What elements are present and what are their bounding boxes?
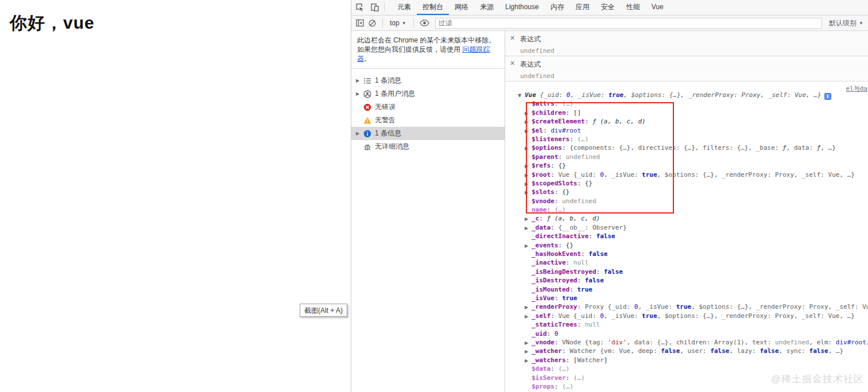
object-preview: , elm:	[809, 339, 836, 346]
devtools-tab[interactable]: Lighthouse	[499, 0, 545, 15]
divider	[413, 18, 414, 28]
boolean-value: false	[809, 347, 828, 355]
object-preview: , $options: {…}, _renderProxy: Proxy, _s…	[657, 312, 855, 320]
property-name: $vnode	[532, 197, 555, 205]
dom-node-value: div#root	[551, 127, 581, 134]
live-expression[interactable]: ✕表达式undefined	[505, 31, 868, 56]
property-name: _hasHookEvent	[532, 250, 581, 258]
muted-value: undefined	[562, 197, 596, 205]
expression-value: undefined	[520, 47, 868, 55]
value-text: {}	[562, 188, 569, 196]
sidebar-item[interactable]: 无警告	[351, 114, 505, 127]
console-message: el与da ▼Vue {_uid: 0, _isVue: true, $opti…	[505, 81, 868, 391]
object-preview: , …}	[820, 144, 836, 152]
devtools-tab[interactable]: Vue	[646, 0, 669, 15]
expand-arrow-icon[interactable]: ▶	[525, 144, 532, 153]
object-tree: ▼Vue {_uid: 0, _isVue: true, $options: {…	[518, 91, 868, 391]
value-text: :	[577, 303, 584, 311]
sidebar-item[interactable]: 无错误	[351, 100, 505, 114]
live-expression[interactable]: ✕表达式undefined	[505, 56, 868, 81]
expand-arrow-icon[interactable]: ▶	[525, 188, 532, 197]
console-property-row: ▶_events: {}	[518, 241, 868, 250]
devtools-tab[interactable]: 控制台	[417, 0, 449, 15]
javascript-context-select[interactable]: top▼	[389, 19, 408, 27]
expand-arrow-icon[interactable]: ▶	[525, 303, 532, 312]
muted-value: (…)	[574, 374, 585, 382]
boolean-value: false	[585, 277, 604, 284]
expand-arrow-icon[interactable]: ▶	[356, 91, 362, 96]
object-preview: , sync:	[779, 347, 809, 355]
muted-value: (…)	[562, 100, 574, 107]
expand-arrow-icon[interactable]: ▶	[525, 162, 532, 170]
live-expressions: ✕表达式undefined✕表达式undefined	[505, 31, 868, 81]
expand-arrow-icon[interactable]: ▶	[525, 356, 532, 365]
value-text: :	[551, 224, 558, 231]
devtools-tab[interactable]: 来源	[474, 0, 499, 15]
object-preview: {__ob__: Observer}	[558, 224, 626, 231]
boolean-value: true	[642, 171, 657, 178]
property-name: _self	[532, 312, 551, 320]
console-property-row: $attrs: (…)	[518, 99, 868, 108]
number-value: 0	[600, 312, 604, 320]
clear-console-icon[interactable]	[368, 19, 377, 28]
expand-arrow-icon[interactable]: ▶	[525, 312, 532, 321]
expand-arrow-icon[interactable]: ▶	[525, 347, 532, 356]
source-file-link[interactable]: el与da	[846, 84, 868, 93]
info-icon	[363, 130, 371, 138]
sidebar-item[interactable]: ▶1 条消息	[351, 74, 505, 87]
collapse-arrow-icon[interactable]: ▼	[518, 91, 525, 100]
object-preview: , _isVue:	[604, 171, 642, 178]
object-preview: , data:	[786, 144, 817, 152]
value-text: :	[539, 215, 547, 222]
log-levels-select[interactable]: 默认级别▼	[826, 18, 865, 28]
create-live-expression-icon[interactable]	[420, 20, 429, 26]
devtools-tab[interactable]: 安全	[595, 0, 621, 15]
object-preview: , data: {…}, children: Array(1), text:	[627, 339, 775, 346]
sidebar-item-label: 无警告	[375, 115, 396, 125]
console-property-row: _isVue: true	[518, 294, 868, 302]
devtools-tab[interactable]: 应用	[570, 0, 595, 15]
value-text: {}	[585, 180, 592, 187]
toggle-device-toolbar-icon[interactable]	[370, 3, 379, 12]
property-name: $options	[532, 144, 562, 152]
close-icon[interactable]: ✕	[510, 35, 515, 41]
expand-arrow-icon[interactable]: ▶	[525, 127, 532, 135]
expand-arrow-icon[interactable]: ▶	[525, 171, 532, 180]
inspect-element-icon[interactable]	[355, 3, 365, 12]
value-text: :	[577, 277, 584, 284]
value-text: :	[551, 171, 558, 178]
expand-arrow-icon[interactable]: ▶	[525, 339, 532, 347]
expand-arrow-icon[interactable]: ▶	[525, 109, 532, 118]
toggle-console-sidebar-icon[interactable]	[355, 18, 365, 28]
expand-arrow-icon[interactable]: ▶	[525, 224, 532, 232]
object-preview: Watcher {vm: Vue, deep:	[569, 347, 661, 355]
sidebar-item-label: 1 条信息	[375, 129, 401, 138]
sidebar-item[interactable]: 无详细消息	[351, 140, 505, 153]
expand-arrow-icon[interactable]: ▶	[525, 180, 532, 188]
value-text: :	[569, 135, 577, 143]
expand-arrow-icon[interactable]: ▶	[525, 215, 532, 223]
devtools-tab[interactable]: 内存	[545, 0, 570, 15]
console-filter-input[interactable]	[435, 18, 822, 29]
sidebar-item[interactable]: ▶1 条信息	[351, 127, 505, 140]
sidebar-item[interactable]: ▶1 条用户消息	[351, 87, 505, 100]
console-property-row: ▶_vnode: VNode {tag: 'div', data: {…}, c…	[518, 338, 868, 347]
value-text: :	[566, 259, 574, 266]
expand-arrow-icon[interactable]: ▶	[356, 78, 362, 83]
object-preview: {_uid:	[540, 91, 567, 99]
expand-arrow-icon[interactable]: ▶	[356, 131, 362, 136]
expression-label: 表达式	[520, 60, 868, 69]
value-text: :	[569, 286, 577, 293]
list-icon	[363, 77, 371, 85]
sidebar-filter-list: ▶1 条消息▶1 条用户消息无错误无警告▶1 条信息无详细消息	[351, 69, 505, 153]
devtools-tab[interactable]: 性能	[621, 0, 646, 15]
page-title: 你好，vue	[10, 11, 95, 35]
expand-arrow-icon[interactable]: ▶	[525, 242, 532, 250]
chevron-down-icon: ▼	[402, 21, 406, 26]
devtools-tab[interactable]: 元素	[392, 0, 417, 15]
value-text: []	[574, 109, 581, 117]
expand-arrow-icon[interactable]: ▶	[525, 118, 532, 126]
devtools-tab[interactable]: 网络	[449, 0, 474, 15]
verbose-icon	[363, 143, 371, 151]
close-icon[interactable]: ✕	[510, 60, 515, 67]
